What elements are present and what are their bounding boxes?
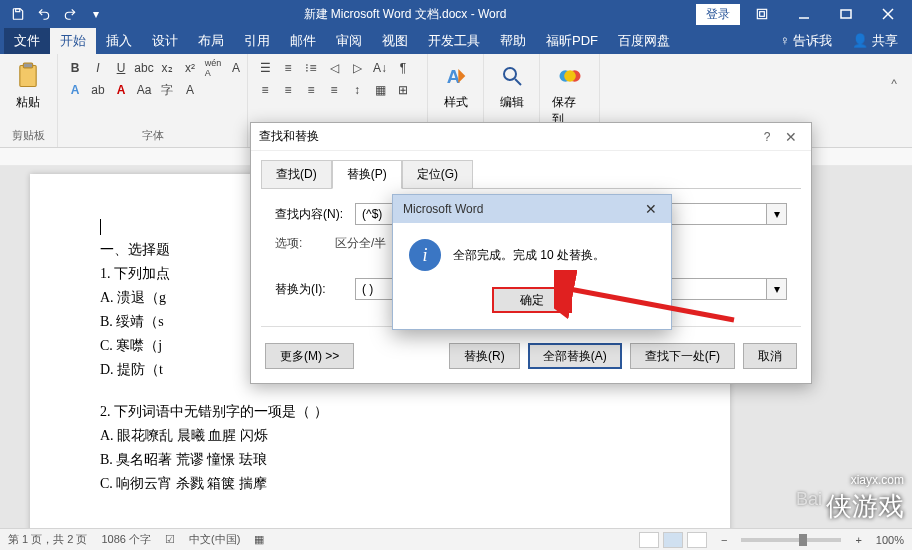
font-color-button[interactable]: A xyxy=(110,80,132,100)
dialog-titlebar[interactable]: 查找和替换 ? ✕ xyxy=(251,123,811,151)
character-border-button[interactable]: A xyxy=(225,58,247,78)
svg-rect-7 xyxy=(20,66,36,87)
tab-baidu-netdisk[interactable]: 百度网盘 xyxy=(608,28,680,54)
ok-button[interactable]: 确定 xyxy=(492,287,572,313)
bold-button[interactable]: B xyxy=(64,58,86,78)
dialog-tabs: 查找(D) 替换(P) 定位(G) xyxy=(251,151,811,188)
align-left-button[interactable]: ≡ xyxy=(254,80,276,100)
dialog-help-icon[interactable]: ? xyxy=(755,130,779,144)
highlight-button[interactable]: ab xyxy=(87,80,109,100)
ribbon-options-icon[interactable] xyxy=(742,2,782,26)
zoom-thumb[interactable] xyxy=(799,534,807,546)
bullets-button[interactable]: ☰ xyxy=(254,58,276,78)
save-to-cloud-button[interactable]: 保存到 xyxy=(546,58,593,130)
tab-home[interactable]: 开始 xyxy=(50,28,96,54)
maximize-icon[interactable] xyxy=(826,2,866,26)
share-button[interactable]: 👤 共享 xyxy=(842,28,908,54)
decrease-indent-button[interactable]: ◁ xyxy=(323,58,345,78)
status-word-count[interactable]: 1086 个字 xyxy=(101,532,151,547)
group-clipboard-label: 剪贴板 xyxy=(6,126,51,143)
multilevel-list-button[interactable]: ⁝≡ xyxy=(300,58,322,78)
login-button[interactable]: 登录 xyxy=(696,4,740,25)
tab-mailings[interactable]: 邮件 xyxy=(280,28,326,54)
more-button[interactable]: 更多(M) >> xyxy=(265,343,354,369)
tab-insert[interactable]: 插入 xyxy=(96,28,142,54)
message-box-titlebar[interactable]: Microsoft Word ✕ xyxy=(393,195,671,223)
replace-button[interactable]: 替换(R) xyxy=(449,343,520,369)
show-marks-button[interactable]: ¶ xyxy=(392,58,414,78)
tab-layout[interactable]: 布局 xyxy=(188,28,234,54)
message-box-close-icon[interactable]: ✕ xyxy=(641,201,661,217)
align-right-button[interactable]: ≡ xyxy=(300,80,322,100)
superscript-button[interactable]: x² xyxy=(179,58,201,78)
status-page[interactable]: 第 1 页，共 2 页 xyxy=(8,532,87,547)
view-print-layout[interactable] xyxy=(663,532,683,548)
view-read-mode[interactable] xyxy=(639,532,659,548)
editing-button[interactable]: 编辑 xyxy=(490,58,534,113)
find-next-button[interactable]: 查找下一处(F) xyxy=(630,343,735,369)
italic-button[interactable]: I xyxy=(87,58,109,78)
view-buttons xyxy=(639,532,707,548)
tab-goto[interactable]: 定位(G) xyxy=(402,160,473,189)
replace-dropdown-icon[interactable]: ▾ xyxy=(767,278,787,300)
svg-point-10 xyxy=(504,68,516,80)
underline-button[interactable]: U xyxy=(110,58,132,78)
zoom-level[interactable]: 100% xyxy=(876,534,904,546)
shading-button[interactable]: ▦ xyxy=(369,80,391,100)
increase-indent-button[interactable]: ▷ xyxy=(346,58,368,78)
status-spellcheck-icon[interactable]: ☑ xyxy=(165,533,175,546)
collapse-ribbon-icon[interactable]: ^ xyxy=(884,74,904,94)
dialog-close-icon[interactable]: ✕ xyxy=(779,129,803,145)
text-effects-button[interactable]: A xyxy=(64,80,86,100)
zoom-out-icon[interactable]: − xyxy=(721,534,727,546)
view-web-layout[interactable] xyxy=(687,532,707,548)
save-icon[interactable] xyxy=(6,2,30,26)
tab-replace[interactable]: 替换(P) xyxy=(332,160,402,189)
info-icon: i xyxy=(409,239,441,271)
justify-button[interactable]: ≡ xyxy=(323,80,345,100)
doc-text: C. 响彻云宵 杀戮 箱箧 揣摩 xyxy=(100,472,660,496)
tab-help[interactable]: 帮助 xyxy=(490,28,536,54)
zoom-in-icon[interactable]: + xyxy=(855,534,861,546)
redo-icon[interactable] xyxy=(58,2,82,26)
svg-rect-8 xyxy=(23,63,32,68)
svg-text:A: A xyxy=(447,66,460,87)
tab-view[interactable]: 视图 xyxy=(372,28,418,54)
numbering-button[interactable]: ≡ xyxy=(277,58,299,78)
grow-font-button[interactable]: A xyxy=(179,80,201,100)
borders-button[interactable]: ⊞ xyxy=(392,80,414,100)
tab-design[interactable]: 设计 xyxy=(142,28,188,54)
tab-review[interactable]: 审阅 xyxy=(326,28,372,54)
tab-references[interactable]: 引用 xyxy=(234,28,280,54)
window-title: 新建 Microsoft Word 文档.docx - Word xyxy=(114,6,696,23)
character-shading-button[interactable]: Aa xyxy=(133,80,155,100)
strikethrough-button[interactable]: abc xyxy=(133,58,155,78)
find-dropdown-icon[interactable]: ▾ xyxy=(767,203,787,225)
undo-icon[interactable] xyxy=(32,2,56,26)
tab-find[interactable]: 查找(D) xyxy=(261,160,332,189)
sort-button[interactable]: A↓ xyxy=(369,58,391,78)
phonetic-guide-button[interactable]: wénA xyxy=(202,58,224,78)
replace-all-button[interactable]: 全部替换(A) xyxy=(528,343,622,369)
cancel-button[interactable]: 取消 xyxy=(743,343,797,369)
search-icon xyxy=(496,60,528,92)
qat-dropdown-icon[interactable]: ▾ xyxy=(84,2,108,26)
minimize-icon[interactable] xyxy=(784,2,824,26)
align-center-button[interactable]: ≡ xyxy=(277,80,299,100)
enclose-characters-button[interactable]: 字 xyxy=(156,80,178,100)
styles-button[interactable]: A 样式 xyxy=(434,58,478,113)
tell-me[interactable]: ♀ 告诉我 xyxy=(770,28,842,54)
tab-foxit-pdf[interactable]: 福昕PDF xyxy=(536,28,608,54)
title-bar: ▾ 新建 Microsoft Word 文档.docx - Word 登录 xyxy=(0,0,912,28)
zoom-slider[interactable] xyxy=(741,538,841,542)
ribbon-tabs: 文件 开始 插入 设计 布局 引用 邮件 审阅 视图 开发工具 帮助 福昕PDF… xyxy=(0,28,912,54)
close-icon[interactable] xyxy=(868,2,908,26)
status-macro-icon[interactable]: ▦ xyxy=(254,533,264,546)
line-spacing-button[interactable]: ↕ xyxy=(346,80,368,100)
tab-file[interactable]: 文件 xyxy=(4,28,50,54)
subscript-button[interactable]: x₂ xyxy=(156,58,178,78)
options-value: 区分全/半 xyxy=(335,235,386,252)
tab-developer[interactable]: 开发工具 xyxy=(418,28,490,54)
status-language[interactable]: 中文(中国) xyxy=(189,532,240,547)
paste-button[interactable]: 粘贴 xyxy=(6,58,50,113)
